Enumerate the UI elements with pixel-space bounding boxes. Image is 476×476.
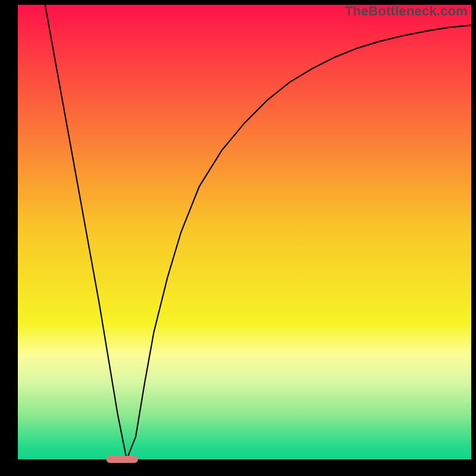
bottleneck-chart bbox=[0, 0, 476, 476]
watermark-text: TheBottleneck.com bbox=[345, 4, 468, 19]
chart-container: TheBottleneck.com bbox=[0, 0, 476, 476]
optimal-marker bbox=[107, 456, 138, 463]
